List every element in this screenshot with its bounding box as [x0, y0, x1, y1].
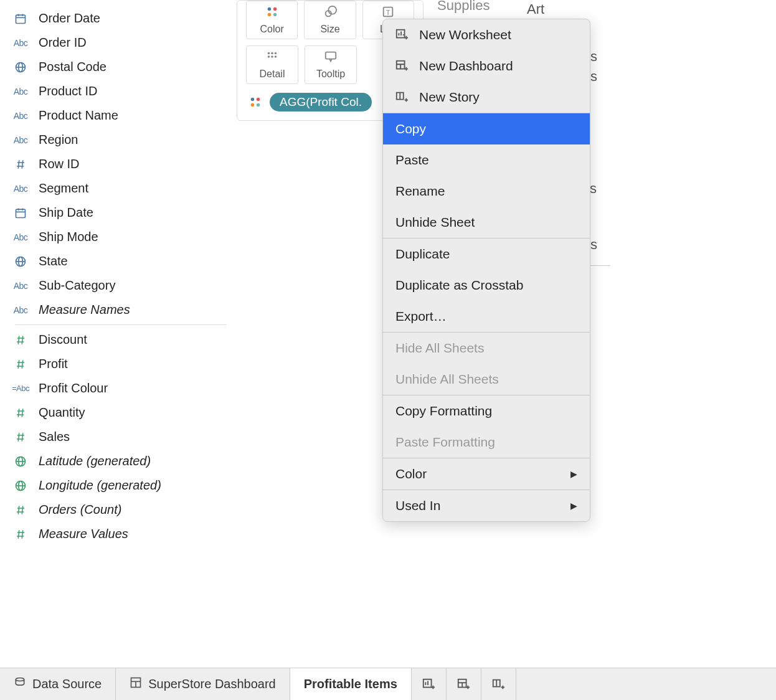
svg-rect-11 — [16, 209, 26, 217]
menu-label: Copy Formatting — [395, 404, 492, 419]
menu-new-story[interactable]: New Story — [383, 82, 590, 113]
field-label: Row ID — [39, 157, 80, 171]
svg-line-46 — [18, 530, 19, 539]
menu-unhide-sheet[interactable]: Unhide Sheet — [383, 207, 590, 238]
svg-text:T: T — [386, 9, 390, 16]
field-label: Order ID — [39, 35, 87, 50]
menu-color[interactable]: Color ▶ — [383, 458, 590, 490]
sheet-tab-bar: Data Source SuperStore Dashboard Profita… — [0, 668, 776, 700]
svg-point-49 — [273, 7, 277, 11]
field-profit-colour[interactable]: =Abc Profit Colour — [11, 376, 237, 400]
field-measure-names[interactable]: Abc Measure Names — [11, 298, 237, 322]
field-profit[interactable]: Profit — [11, 352, 237, 376]
menu-new-worksheet[interactable]: New Worksheet — [383, 19, 590, 50]
field-label: Product Name — [39, 108, 118, 123]
field-postal-code[interactable]: Postal Code — [11, 55, 237, 79]
hash-icon — [11, 359, 30, 370]
field-measure-values[interactable]: Measure Values — [11, 522, 237, 546]
menu-label: Export… — [395, 309, 447, 324]
field-order-id[interactable]: Abc Order ID — [11, 31, 237, 55]
field-segment[interactable]: Abc Segment — [11, 176, 237, 201]
svg-point-56 — [268, 52, 270, 55]
data-pane: Order Date Abc Order ID Postal Code Abc … — [0, 0, 237, 546]
marks-pill-profit-colour[interactable]: AGG(Profit Col. — [270, 93, 372, 111]
svg-line-20 — [18, 336, 19, 344]
field-label: Sales — [39, 430, 70, 444]
new-dashboard-button[interactable] — [447, 668, 481, 700]
field-ship-mode[interactable]: Abc Ship Mode — [11, 225, 237, 249]
field-sub-category[interactable]: Abc Sub-Category — [11, 273, 237, 298]
menu-hide-all-sheets: Hide All Sheets — [383, 333, 590, 364]
abc-icon: Abc — [11, 38, 30, 48]
field-state[interactable]: State — [11, 249, 237, 273]
field-longitude[interactable]: Longitude (generated) — [11, 473, 237, 498]
data-source-icon — [14, 676, 26, 692]
new-worksheet-button[interactable] — [412, 668, 447, 700]
menu-label: Unhide Sheet — [395, 215, 475, 230]
svg-point-50 — [267, 13, 271, 17]
tab-profitable-items[interactable]: Profitable Items — [290, 668, 412, 700]
field-orders-count[interactable]: Orders (Count) — [11, 498, 237, 522]
menu-label: Duplicate as Crosstab — [395, 278, 523, 293]
abc-icon: Abc — [11, 135, 30, 145]
marks-tooltip-label: Tooltip — [316, 69, 345, 80]
submenu-arrow-icon: ▶ — [570, 469, 577, 479]
svg-line-43 — [22, 506, 23, 514]
tab-label: Profitable Items — [304, 677, 397, 691]
hash-icon — [11, 159, 30, 170]
field-product-id[interactable]: Abc Product ID — [11, 79, 237, 103]
marks-detail-label: Detail — [260, 69, 285, 80]
field-latitude[interactable]: Latitude (generated) — [11, 449, 237, 473]
globe-icon — [11, 61, 30, 73]
field-ship-date[interactable]: Ship Date — [11, 201, 237, 225]
calendar-icon — [11, 12, 30, 25]
field-label: Latitude (generated) — [39, 454, 151, 468]
svg-line-28 — [18, 409, 19, 417]
svg-line-47 — [22, 530, 23, 539]
menu-label: Color — [395, 466, 427, 481]
new-story-button[interactable] — [481, 668, 516, 700]
menu-copy[interactable]: Copy — [383, 113, 590, 144]
svg-point-53 — [328, 6, 336, 14]
abc-icon: Abc — [11, 87, 30, 97]
field-discount[interactable]: Discount — [11, 328, 237, 352]
menu-new-dashboard[interactable]: New Dashboard — [383, 50, 590, 82]
svg-point-80 — [16, 678, 24, 681]
new-dashboard-icon — [394, 59, 409, 73]
field-product-name[interactable]: Abc Product Name — [11, 103, 237, 128]
menu-duplicate-crosstab[interactable]: Duplicate as Crosstab — [383, 270, 590, 301]
menu-label: Paste — [395, 153, 429, 168]
svg-point-57 — [271, 52, 273, 55]
tab-label: Data Source — [32, 677, 102, 691]
field-label: Ship Mode — [39, 230, 98, 244]
tab-label: SuperStore Dashboard — [148, 677, 276, 691]
menu-paste[interactable]: Paste — [383, 144, 590, 176]
detail-icon — [265, 50, 279, 66]
marks-color-button[interactable]: Color — [246, 1, 298, 39]
color-dots-icon — [265, 5, 279, 21]
abc-icon: Abc — [11, 111, 30, 121]
field-quantity[interactable]: Quantity — [11, 400, 237, 425]
dashboard-icon — [130, 676, 142, 692]
marks-detail-button[interactable]: Detail — [246, 45, 298, 84]
field-sales[interactable]: Sales — [11, 425, 237, 449]
svg-point-61 — [275, 55, 277, 58]
field-region[interactable]: Abc Region — [11, 128, 237, 152]
menu-rename[interactable]: Rename — [383, 176, 590, 207]
menu-duplicate[interactable]: Duplicate — [383, 239, 590, 270]
field-label: Measure Names — [39, 303, 130, 317]
size-icon — [323, 5, 337, 21]
menu-used-in[interactable]: Used In ▶ — [383, 490, 590, 521]
menu-export[interactable]: Export… — [383, 301, 590, 332]
svg-point-58 — [275, 52, 277, 55]
color-dots-icon — [246, 95, 265, 109]
marks-tooltip-button[interactable]: Tooltip — [305, 45, 357, 84]
tab-superstore-dashboard[interactable]: SuperStore Dashboard — [116, 668, 290, 700]
field-order-date[interactable]: Order Date — [11, 6, 237, 31]
field-row-id[interactable]: Row ID — [11, 152, 237, 176]
menu-copy-formatting[interactable]: Copy Formatting — [383, 395, 590, 427]
field-label: Quantity — [39, 405, 85, 420]
tab-data-source[interactable]: Data Source — [0, 668, 116, 700]
menu-label: Paste Formatting — [395, 435, 495, 450]
marks-size-button[interactable]: Size — [304, 1, 356, 39]
